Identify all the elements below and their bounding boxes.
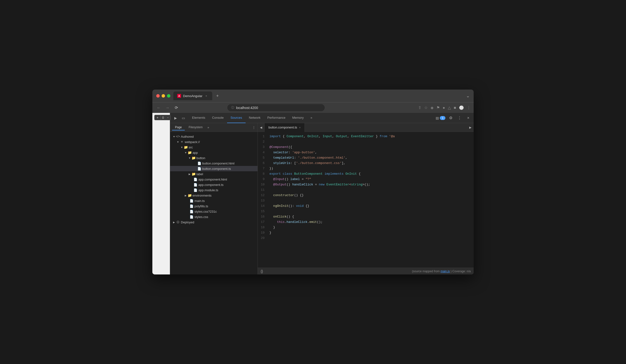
sources-tab-filesystem[interactable]: Filesystem bbox=[186, 125, 205, 130]
code-token: ({ bbox=[288, 145, 292, 149]
code-token: () { bbox=[286, 215, 294, 218]
tree-item-src[interactable]: ▼ 📁 src bbox=[170, 145, 258, 150]
webpack-label: webpack:// bbox=[185, 140, 200, 144]
extension5-icon[interactable]: ■ bbox=[454, 106, 456, 110]
code-token: () bbox=[286, 183, 292, 186]
tab-close-button[interactable]: × bbox=[204, 94, 208, 98]
chevron-down-icon: ▼ bbox=[180, 145, 184, 149]
sources-tab-more-icon[interactable]: » bbox=[207, 126, 209, 129]
tree-item-app-module[interactable]: ▶ 📄 app.module.ts bbox=[170, 187, 258, 193]
editor-tab-close-icon[interactable]: × bbox=[299, 126, 301, 129]
app-ts-label: app.component.ts bbox=[198, 183, 223, 187]
tree-item-main-ts[interactable]: ▶ 📄 main.ts bbox=[170, 198, 258, 203]
code-token: export bbox=[270, 172, 281, 176]
tree-item-button-html[interactable]: ▶ 📄 button.component.html bbox=[170, 161, 258, 166]
sources-tab-page[interactable]: Page bbox=[172, 125, 185, 130]
folder-label-icon: 📁 bbox=[192, 172, 196, 176]
menu-icon[interactable]: ⋮ bbox=[467, 105, 471, 110]
label-folder-label: label bbox=[196, 172, 203, 176]
extension4-icon[interactable]: △ bbox=[448, 105, 451, 110]
code-token: 'app-button' bbox=[292, 151, 315, 154]
devtools-chat-icon[interactable]: ▤ bbox=[436, 116, 439, 120]
tree-item-styles-css[interactable]: ▶ 📄 styles.css bbox=[170, 214, 258, 219]
editor-tab-filename: button.component.ts bbox=[269, 126, 297, 129]
code-token: () bbox=[284, 177, 290, 181]
device-toolbar-icon[interactable]: ▭ bbox=[180, 115, 187, 121]
tab-bar: A DemoAngular × + bbox=[173, 91, 463, 100]
styles-hash-icon: 📄 bbox=[190, 210, 194, 213]
chevron-right-icon: ▶ bbox=[184, 193, 188, 197]
code-lines[interactable]: import { Component, OnInit, Input, Outpu… bbox=[268, 132, 474, 268]
profile-icon[interactable]: ⚪ bbox=[459, 105, 464, 110]
extension2-icon[interactable]: ⚑ bbox=[436, 105, 440, 110]
code-token bbox=[281, 172, 283, 176]
bookmark-icon[interactable]: ☆ bbox=[424, 105, 428, 110]
code-token: @Input bbox=[273, 177, 285, 181]
devtools-close-icon[interactable]: × bbox=[465, 115, 472, 121]
code-line: import { Component, OnInit, Input, Outpu… bbox=[270, 134, 474, 139]
minimize-traffic-light[interactable] bbox=[162, 94, 165, 98]
zoom-plus-button[interactable]: + bbox=[155, 115, 161, 120]
tab-performance[interactable]: Performance bbox=[264, 113, 289, 123]
code-content-area[interactable]: 1234567891011121314151617181920 import {… bbox=[258, 132, 474, 268]
tab-memory[interactable]: Memory bbox=[289, 113, 307, 123]
code-token: EventEmitter bbox=[351, 135, 374, 138]
tree-item-app[interactable]: ▼ 📁 app bbox=[170, 150, 258, 155]
devtools-settings-icon[interactable]: ⚙ bbox=[447, 115, 454, 121]
extension1-icon[interactable]: ◈ bbox=[430, 105, 433, 110]
devtools-badge: 1 bbox=[440, 116, 445, 120]
url-text: localhost:4200 bbox=[236, 106, 258, 110]
back-button[interactable]: ← bbox=[155, 104, 162, 111]
reload-button[interactable]: ⟳ bbox=[173, 104, 180, 111]
tree-item-deployed[interactable]: ▶ ☹ Deployed bbox=[170, 219, 258, 225]
app-module-label: app.module.ts bbox=[198, 188, 218, 192]
tab-console[interactable]: Console bbox=[209, 113, 227, 123]
app-html-icon: 📄 bbox=[194, 177, 197, 181]
tree-item-app-ts[interactable]: ▶ 📄 app.component.ts bbox=[170, 182, 258, 187]
tab-sources[interactable]: Sources bbox=[227, 113, 246, 123]
browser-tab[interactable]: A DemoAngular × bbox=[173, 91, 212, 100]
maximize-traffic-light[interactable] bbox=[167, 94, 170, 98]
format-icon[interactable]: {} bbox=[261, 269, 263, 273]
line-number: 13 bbox=[258, 198, 268, 203]
inspect-element-icon[interactable]: ▶ bbox=[172, 115, 179, 121]
forward-button[interactable]: → bbox=[164, 104, 171, 111]
code-token bbox=[270, 156, 273, 160]
code-token: ngOnInit bbox=[273, 204, 288, 208]
line-number: 8 bbox=[258, 171, 268, 177]
main-js-link[interactable]: main.js bbox=[440, 270, 450, 273]
tab-network[interactable]: Network bbox=[246, 113, 264, 123]
tab-more[interactable]: » bbox=[307, 113, 316, 123]
tree-item-app-html[interactable]: ▶ 📄 app.component.html bbox=[170, 177, 258, 182]
tree-item-authored[interactable]: ▼ </> Authored bbox=[170, 134, 258, 139]
code-token: , bbox=[345, 156, 347, 160]
code-token bbox=[270, 204, 273, 208]
zoom-minus-button[interactable]: - bbox=[165, 115, 170, 120]
app-label: app bbox=[193, 151, 198, 154]
url-bar[interactable]: ⓘ localhost:4200 bbox=[227, 104, 325, 111]
tree-item-webpack[interactable]: ▼ ☀ webpack:// bbox=[170, 139, 258, 145]
new-tab-button[interactable]: + bbox=[214, 92, 221, 99]
tree-item-polyfills[interactable]: ▶ 📄 polyfills.ts bbox=[170, 203, 258, 209]
tree-item-button-ts[interactable]: ▶ 📄 button.component.ts bbox=[170, 166, 258, 171]
sources-menu-icon[interactable]: ⋮ bbox=[252, 126, 256, 129]
tree-item-button-folder[interactable]: ▼ 📁 button bbox=[170, 155, 258, 161]
devtools-more-icon[interactable]: ⋮ bbox=[456, 115, 463, 121]
share-icon[interactable]: ⇧ bbox=[418, 105, 421, 110]
code-line: selector: 'app-button', bbox=[270, 150, 474, 155]
editor-collapse-icon[interactable]: ▶ bbox=[467, 123, 474, 132]
editor-file-tab-active[interactable]: button.component.ts × bbox=[265, 123, 305, 132]
code-line bbox=[270, 187, 474, 193]
close-traffic-light[interactable] bbox=[156, 94, 160, 98]
tab-elements[interactable]: Elements bbox=[189, 113, 209, 123]
tree-item-styles-hash[interactable]: ▶ 📄 styles.css?231c bbox=[170, 209, 258, 214]
code-token: Component bbox=[286, 135, 304, 138]
window-chevron-icon[interactable]: ⌄ bbox=[466, 93, 470, 99]
devtools-tabs: ▶ ▭ Elements Console Sources Network Per… bbox=[170, 113, 474, 123]
editor-nav-back-icon[interactable]: ◀ bbox=[258, 123, 265, 132]
chevron-right-icon: ▶ bbox=[188, 172, 192, 176]
code-token: OnInit bbox=[307, 135, 319, 138]
tree-item-environments[interactable]: ▶ 📁 environments bbox=[170, 193, 258, 198]
tree-item-label-folder[interactable]: ▶ 📁 label bbox=[170, 171, 258, 177]
extension3-icon[interactable]: ● bbox=[443, 106, 445, 110]
